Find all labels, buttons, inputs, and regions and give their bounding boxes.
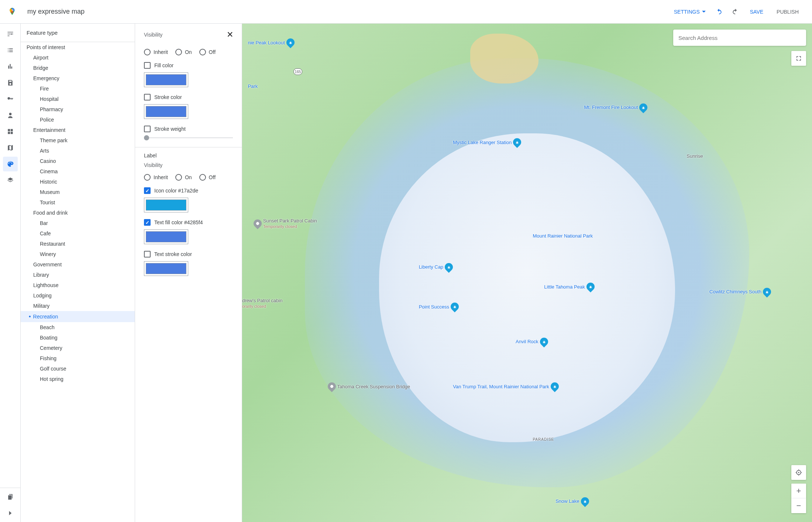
close-icon: ✕ [227, 30, 233, 40]
tree-node-tourist[interactable]: Tourist [21, 197, 135, 208]
project-title[interactable]: my expressive map [27, 8, 670, 16]
tree-node-food-and-drink[interactable]: Food and drink [21, 208, 135, 218]
tree-node-winery[interactable]: Winery [21, 249, 135, 259]
visibility-radio-group: Inherit On Off [144, 49, 233, 55]
tree-node-fire[interactable]: Fire [21, 83, 135, 94]
tree-node-museum[interactable]: Museum [21, 187, 135, 197]
map-label[interactable]: Liberty Cap [419, 263, 453, 271]
undo-button[interactable] [712, 4, 726, 19]
rail-item-chart[interactable] [3, 59, 18, 74]
tree-node-cinema[interactable]: Cinema [21, 166, 135, 177]
tree-node-cemetery[interactable]: Cemetery [21, 343, 135, 353]
tree-node-restaurant[interactable]: Restaurant [21, 239, 135, 249]
tree-node-lighthouse[interactable]: Lighthouse [21, 280, 135, 290]
tree-node-bar[interactable]: Bar [21, 218, 135, 228]
tree-node-lodging[interactable]: Lodging [21, 290, 135, 301]
rail-item-map[interactable] [3, 140, 18, 155]
stroke-weight-slider[interactable] [144, 137, 233, 138]
rail-item-palette[interactable] [3, 157, 18, 171]
slider-thumb[interactable] [144, 135, 149, 140]
tree-node-airport[interactable]: Airport [21, 52, 135, 63]
fill-color-swatch[interactable] [144, 72, 188, 87]
icon-color-checkbox[interactable]: Icon color #17a2de [144, 187, 233, 194]
rail-item-key[interactable] [3, 92, 18, 106]
zoom-in-button[interactable]: + [791, 484, 806, 498]
text-stroke-color-swatch[interactable] [144, 261, 188, 276]
tree-node-fishing[interactable]: Fishing [21, 353, 135, 364]
tree-node-police[interactable]: Police [21, 115, 135, 125]
rail-item-user[interactable] [3, 108, 18, 123]
rail-item-widgets[interactable] [3, 124, 18, 139]
stroke-color-checkbox[interactable]: Stroke color [144, 94, 233, 100]
tree-node-arts[interactable]: Arts [21, 146, 135, 156]
rail-item-layers[interactable] [3, 173, 18, 188]
tree-node-pharmacy[interactable]: Pharmacy [21, 104, 135, 115]
tree-node-recreation[interactable]: Recreation [21, 311, 135, 322]
tree-node-boating[interactable]: Boating [21, 332, 135, 343]
stroke-color-swatch[interactable] [144, 104, 188, 119]
settings-button[interactable]: SETTINGS [670, 6, 710, 18]
tree-node-bridge[interactable]: Bridge [21, 63, 135, 73]
tree-node-entertainment[interactable]: Entertainment [21, 125, 135, 135]
locate-button[interactable] [791, 465, 806, 480]
save-button[interactable]: SAVE [744, 6, 769, 18]
text-stroke-color-checkbox[interactable]: Text stroke color [144, 251, 233, 257]
map-canvas[interactable]: 165 nie Peak LookoutParkMt. Fremont Fire… [242, 24, 812, 522]
checkbox-label: Fill color [154, 62, 173, 68]
poi-pin-icon [512, 137, 523, 148]
feature-tree-header: Feature type [21, 24, 135, 42]
map-label[interactable]: Little Tahoma Peak [544, 283, 594, 291]
icon-color-swatch[interactable] [144, 198, 188, 212]
tree-node-hospital[interactable]: Hospital [21, 94, 135, 104]
map-label[interactable]: Cowlitz Chimneys South [709, 288, 771, 296]
tree-node-theme-park[interactable]: Theme park [21, 135, 135, 146]
visibility-inherit-radio[interactable]: Inherit [144, 49, 168, 55]
radio-label: Inherit [154, 49, 168, 55]
visibility-off-radio[interactable]: Off [199, 49, 216, 55]
text-fill-color-swatch[interactable] [144, 229, 188, 244]
stroke-weight-checkbox[interactable]: Stroke weight [144, 126, 233, 132]
tree-node-points-of-interest[interactable]: Points of interest [21, 42, 135, 52]
rail-item-save[interactable] [3, 75, 18, 90]
tree-node-golf-course[interactable]: Golf course [21, 364, 135, 374]
search-address-box[interactable] [673, 30, 806, 46]
redo-button[interactable] [728, 4, 743, 19]
publish-button[interactable]: PUBLISH [771, 6, 805, 18]
map-label[interactable]: Mt. Fremont Fire Lookout [584, 103, 647, 112]
tree-node-emergency[interactable]: Emergency [21, 73, 135, 83]
tune-icon [7, 30, 14, 38]
rail-item-copy[interactable] [3, 489, 18, 504]
map-label-text: Mount Rainier National Park [533, 233, 593, 239]
fullscreen-button[interactable] [791, 51, 806, 66]
chart-icon [7, 63, 14, 70]
close-button[interactable]: ✕ [225, 30, 235, 40]
zoom-out-button[interactable]: − [791, 498, 806, 513]
map-label[interactable]: Point Success [419, 303, 459, 311]
feature-tree[interactable]: Points of interestAirportBridgeEmergency… [21, 42, 135, 522]
tree-node-beach[interactable]: Beach [21, 322, 135, 332]
poi-pin-icon [638, 102, 649, 113]
label-visibility-on-radio[interactable]: On [175, 174, 192, 181]
map-label[interactable]: Snow Lake [555, 497, 589, 505]
visibility-on-radio[interactable]: On [175, 49, 192, 55]
text-fill-color-checkbox[interactable]: Text fill color #4285f4 [144, 219, 233, 226]
tree-node-military[interactable]: Military [21, 301, 135, 311]
map-label[interactable]: nie Peak Lookout [248, 38, 294, 47]
rail-item-list[interactable] [3, 43, 18, 58]
tree-node-library[interactable]: Library [21, 270, 135, 280]
map-label[interactable]: Van Trump Trail, Mount Rainier National … [453, 382, 559, 390]
search-input[interactable] [678, 35, 801, 41]
tree-node-cafe[interactable]: Cafe [21, 228, 135, 239]
fill-color-checkbox[interactable]: Fill color [144, 62, 233, 69]
tree-node-historic[interactable]: Historic [21, 177, 135, 187]
tree-node-hot-spring[interactable]: Hot spring [21, 374, 135, 384]
map-label-text: Liberty Cap [419, 264, 443, 270]
rail-item-expand[interactable] [3, 506, 18, 521]
label-visibility-inherit-radio[interactable]: Inherit [144, 174, 168, 181]
map-label[interactable]: Anvil Rock [516, 338, 548, 346]
map-label[interactable]: Mystic Lake Ranger Station [453, 138, 521, 146]
rail-item-tune[interactable] [3, 27, 18, 41]
label-visibility-off-radio[interactable]: Off [199, 174, 216, 181]
tree-node-casino[interactable]: Casino [21, 156, 135, 166]
tree-node-government[interactable]: Government [21, 259, 135, 270]
